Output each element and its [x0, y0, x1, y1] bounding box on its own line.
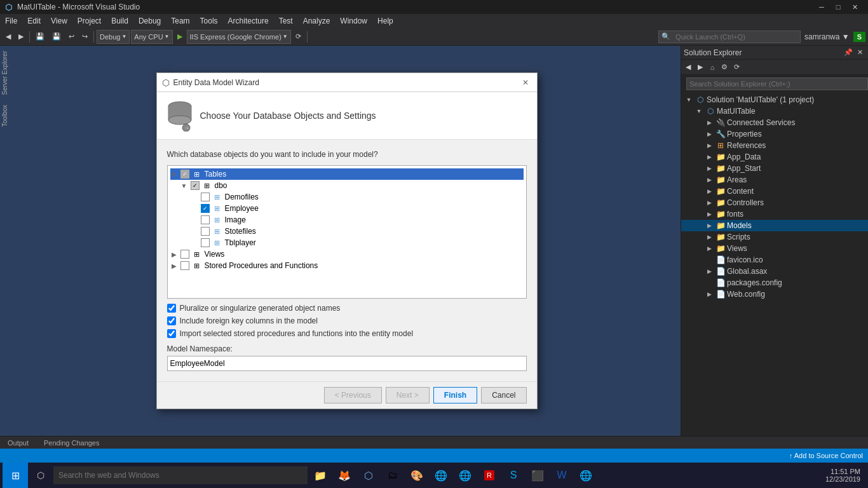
skype-btn[interactable]: S [502, 463, 525, 488]
menu-project[interactable]: Project [72, 14, 106, 28]
menu-debug[interactable]: Debug [133, 14, 166, 28]
se-refresh-btn[interactable]: ⟳ [731, 62, 742, 73]
run-btn[interactable]: ▶ [174, 30, 186, 44]
pluralize-checkbox[interactable] [167, 304, 176, 313]
se-global-asax[interactable]: ▶ 📄 Global.asax [681, 266, 868, 277]
undo-btn[interactable]: ↩ [65, 30, 78, 44]
refresh-btn[interactable]: ⟳ [292, 30, 304, 44]
se-content[interactable]: ▶ 📁 Content [681, 186, 868, 197]
checkbox-stotefiles[interactable] [201, 227, 210, 236]
tree-item-employee[interactable]: ▶ ✓ ⊞ Employee [170, 203, 524, 214]
server-explorer-tab[interactable]: Server Explorer [0, 46, 13, 100]
debug-mode-dropdown[interactable]: Debug ▼ [97, 30, 130, 44]
checkbox-dbo[interactable]: ✓ [191, 181, 200, 190]
foreignkey-checkbox[interactable] [167, 316, 176, 325]
objects-tree[interactable]: ▼ ✓ ⊞ Tables ▼ ✓ ⊞ dbo [167, 165, 527, 299]
file-explorer-btn[interactable]: 📁 [309, 463, 332, 488]
forward-btn[interactable]: ▶ [15, 30, 27, 44]
se-references[interactable]: ▶ ⊞ References [681, 140, 868, 151]
checkbox-tables[interactable]: ✓ [180, 170, 189, 179]
se-solution[interactable]: ▼ ⬡ Solution 'MatUITable' (1 project) [681, 94, 868, 105]
se-app-data[interactable]: ▶ 📁 App_Data [681, 151, 868, 163]
import-checkbox[interactable] [167, 329, 176, 338]
expand-tables[interactable]: ▼ [170, 170, 178, 178]
tree-item-tables[interactable]: ▼ ✓ ⊞ Tables [170, 168, 524, 180]
se-pin-btn[interactable]: 📌 [843, 47, 854, 58]
menu-help[interactable]: Help [372, 14, 398, 28]
se-close-btn[interactable]: ✕ [854, 47, 865, 58]
se-back-btn[interactable]: ◀ [682, 62, 694, 73]
terminal-btn[interactable]: ⬛ [526, 463, 549, 488]
maximize-button[interactable]: □ [830, 0, 846, 14]
checkbox-demofiles[interactable] [201, 193, 210, 201]
cancel-button[interactable]: Cancel [481, 387, 526, 403]
se-properties[interactable]: ▶ 🔧 Properties [681, 128, 868, 140]
se-views[interactable]: ▶ 📁 Views [681, 243, 868, 254]
save-btn[interactable]: 💾 [32, 30, 48, 44]
previous-button[interactable]: < Previous [324, 387, 382, 403]
se-web-config[interactable]: ▶ 📄 Web.config [681, 288, 868, 300]
tree-item-image[interactable]: ▶ ⊞ Image [170, 214, 524, 226]
menu-file[interactable]: File [0, 14, 22, 28]
expand-views[interactable]: ▶ [170, 250, 178, 258]
explorer-btn[interactable]: 🗂 [381, 463, 404, 488]
quick-launch-input[interactable] [673, 30, 800, 43]
taskbar-search-input[interactable] [53, 466, 308, 484]
chrome3-btn[interactable]: 🌐 [574, 463, 597, 488]
checkbox-stored-procs[interactable] [180, 261, 189, 270]
expand-stored-procs[interactable]: ▶ [170, 262, 178, 269]
chrome-btn[interactable]: 🌐 [430, 463, 452, 488]
menu-tools[interactable]: Tools [195, 14, 223, 28]
tree-item-tblplayer[interactable]: ▶ ⊞ Tblplayer [170, 237, 524, 248]
namespace-input[interactable] [167, 356, 527, 371]
checkbox-views[interactable] [180, 250, 189, 259]
toolbox-tab[interactable]: Toolbox [0, 100, 13, 132]
menu-view[interactable]: View [46, 14, 72, 28]
se-models[interactable]: ▶ 📁 Models [681, 220, 868, 231]
checkbox-employee[interactable]: ✓ [201, 204, 210, 213]
menu-build[interactable]: Build [106, 14, 133, 28]
se-areas[interactable]: ▶ 📁 Areas [681, 174, 868, 186]
tree-item-stored-procedures[interactable]: ▶ ⊞ Stored Procedures and Functions [170, 260, 524, 271]
pending-changes-tab[interactable]: Pending Changes [41, 437, 102, 449]
menu-team[interactable]: Team [166, 14, 194, 28]
task-view-btn[interactable]: ⬡ [29, 463, 52, 488]
firefox-btn[interactable]: 🦊 [333, 463, 356, 488]
finish-button[interactable]: Finish [433, 387, 477, 403]
se-forward-btn[interactable]: ▶ [695, 62, 706, 73]
menu-architecture[interactable]: Architecture [223, 14, 274, 28]
user-account[interactable]: samranwa ▼ [802, 32, 852, 41]
se-app-start[interactable]: ▶ 📁 App_Start [681, 163, 868, 174]
word-btn[interactable]: W [550, 463, 573, 488]
se-connected-services[interactable]: ▶ 🔌 Connected Services [681, 117, 868, 128]
menu-edit[interactable]: Edit [22, 14, 46, 28]
se-home-btn[interactable]: ⌂ [707, 62, 718, 73]
platform-dropdown[interactable]: Any CPU ▼ [131, 30, 172, 44]
paint-btn[interactable]: 🎨 [405, 463, 428, 488]
tree-item-demofiles[interactable]: ▶ ⊞ Demofiles [170, 191, 524, 203]
start-button[interactable]: ⊞ [3, 463, 28, 488]
se-search-input[interactable] [686, 78, 868, 90]
tree-item-dbo[interactable]: ▼ ✓ ⊞ dbo [170, 180, 524, 191]
menu-window[interactable]: Window [335, 14, 372, 28]
se-packages-config[interactable]: ▶ 📄 packages.config [681, 277, 868, 288]
next-button[interactable]: Next > [386, 387, 430, 403]
expand-dbo[interactable]: ▼ [180, 182, 188, 189]
back-btn[interactable]: ◀ [3, 30, 14, 44]
menu-analyze[interactable]: Analyze [298, 14, 336, 28]
se-favicon[interactable]: ▶ 📄 favicon.ico [681, 254, 868, 266]
chrome2-btn[interactable]: 🌐 [454, 463, 477, 488]
se-settings-btn[interactable]: ⚙ [719, 62, 730, 73]
close-button[interactable]: ✕ [846, 0, 863, 14]
dialog-close-button[interactable]: ✕ [519, 76, 532, 89]
menu-test[interactable]: Test [274, 14, 298, 28]
red-btn[interactable]: R [478, 463, 501, 488]
se-scripts[interactable]: ▶ 📁 Scripts [681, 231, 868, 243]
save-all-btn[interactable]: 💾 [49, 30, 64, 44]
vs-btn[interactable]: ⬡ [357, 463, 380, 488]
tree-item-stotefiles[interactable]: ▶ ⊞ Stotefiles [170, 226, 524, 237]
checkbox-image[interactable] [201, 215, 210, 224]
checkbox-tblplayer[interactable] [201, 238, 210, 247]
run-target-dropdown[interactable]: IIS Express (Google Chrome) ▼ [187, 30, 291, 44]
se-fonts[interactable]: ▶ 📁 fonts [681, 208, 868, 220]
